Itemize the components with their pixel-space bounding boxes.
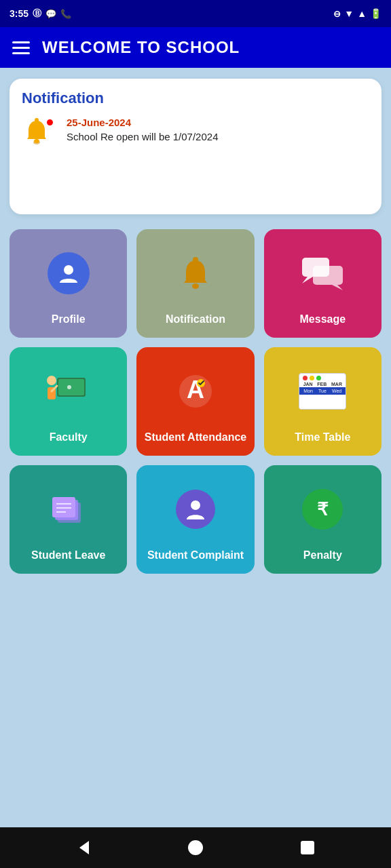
rupee-icon: ₹ — [310, 496, 335, 522]
svg-rect-4 — [193, 257, 198, 262]
complaint-icon-area — [142, 475, 248, 543]
attendance-icon: A — [176, 372, 215, 410]
calendar-months: JANFEBMAR — [299, 381, 346, 387]
minus-circle-icon: ⊖ — [333, 9, 341, 19]
svg-point-3 — [64, 265, 73, 275]
teacher-icon — [45, 371, 92, 412]
message-icon — [301, 256, 344, 290]
notification-message: School Re open will be 1/07/2024 — [67, 131, 219, 142]
back-button[interactable] — [71, 835, 96, 860]
svg-rect-1 — [35, 118, 39, 122]
complaint-circle — [176, 490, 215, 529]
phone-icon: 📞 — [60, 9, 71, 19]
notification-text: 25-June-2024 School Re open will be 1/07… — [67, 117, 219, 142]
wifi-icon: ▼ — [344, 8, 354, 19]
penalty-button[interactable]: ₹ Penalty — [264, 465, 381, 574]
back-icon — [74, 838, 93, 857]
notification-item: 25-June-2024 School Re open will be 1/07… — [22, 117, 369, 152]
status-left: 3:55 Ⓑ 💬 📞 — [10, 7, 71, 20]
person-icon — [56, 261, 81, 285]
app-header: WELCOME TO SCHOOL — [0, 27, 391, 68]
notification-date: 25-June-2024 — [67, 117, 219, 128]
student-attendance-button[interactable]: A Student Attendance — [136, 347, 254, 456]
svg-point-12 — [47, 376, 56, 385]
leave-icon-area — [15, 475, 122, 543]
message-status-icon: 💬 — [45, 9, 56, 19]
timetable-icon-area: JANFEBMAR MonTueWed — [269, 357, 376, 425]
svg-marker-7 — [302, 277, 313, 283]
notification-icon-area — [142, 239, 248, 307]
svg-point-2 — [34, 139, 39, 143]
time-display: 3:55 — [10, 8, 29, 19]
notification-label: Notification — [166, 313, 225, 327]
message-label: Message — [300, 313, 346, 327]
profile-icon-area — [15, 239, 122, 307]
bell-notification-dot — [45, 118, 54, 127]
notification-bell-wrapper — [22, 117, 57, 152]
notification-bell-icon — [177, 255, 214, 292]
recent-square-icon — [298, 838, 317, 857]
feature-grid: Profile Notification — [10, 229, 381, 574]
student-leave-button[interactable]: Student Leave — [10, 465, 127, 574]
bottom-navigation — [0, 827, 391, 868]
student-complaint-label: Student Complaint — [147, 549, 244, 563]
time-table-button[interactable]: JANFEBMAR MonTueWed Time Table — [264, 347, 381, 456]
leave-icon — [48, 490, 89, 528]
message-button[interactable]: Message — [264, 229, 381, 338]
status-bar: 3:55 Ⓑ 💬 📞 ⊖ ▼ ▲ 🔋 — [0, 0, 391, 27]
svg-point-5 — [192, 283, 199, 289]
notification-card-title: Notification — [22, 90, 369, 107]
attendance-icon-area: A — [142, 357, 248, 425]
svg-text:₹: ₹ — [317, 499, 329, 519]
svg-rect-8 — [313, 266, 343, 285]
header-title: WELCOME TO SCHOOL — [42, 38, 240, 57]
penalty-icon-area: ₹ — [269, 475, 376, 543]
calendar-icon: JANFEBMAR MonTueWed — [299, 373, 346, 410]
status-right: ⊖ ▼ ▲ 🔋 — [333, 8, 381, 19]
faculty-button[interactable]: Faculty — [10, 347, 127, 456]
hamburger-menu[interactable] — [12, 41, 30, 54]
signal-icon: ▲ — [357, 8, 367, 19]
profile-label: Profile — [52, 313, 86, 327]
svg-marker-9 — [332, 285, 343, 290]
svg-point-28 — [188, 840, 203, 855]
svg-marker-27 — [79, 841, 89, 854]
recent-button[interactable] — [295, 835, 320, 860]
student-leave-label: Student Leave — [31, 549, 105, 563]
faculty-icon-area — [15, 357, 122, 425]
svg-point-15 — [67, 385, 71, 389]
profile-button[interactable]: Profile — [10, 229, 127, 338]
faculty-label: Faculty — [50, 431, 88, 445]
main-content: Notification 25-June-2024 School Re open… — [0, 68, 391, 827]
penalty-label: Penalty — [303, 549, 342, 563]
calendar-days: MonTueWed — [299, 387, 346, 395]
student-attendance-label: Student Attendance — [145, 431, 247, 445]
b-icon: Ⓑ — [33, 7, 41, 20]
battery-icon: 🔋 — [370, 8, 381, 19]
notification-button[interactable]: Notification — [136, 229, 254, 338]
home-button[interactable] — [183, 835, 208, 860]
home-circle-icon — [186, 838, 205, 857]
profile-circle — [48, 252, 90, 294]
notification-card: Notification 25-June-2024 School Re open… — [10, 79, 381, 214]
time-table-label: Time Table — [295, 431, 350, 445]
svg-point-25 — [191, 500, 200, 510]
svg-rect-29 — [301, 841, 314, 854]
rupee-circle: ₹ — [302, 489, 343, 530]
student-complaint-button[interactable]: Student Complaint — [136, 465, 254, 574]
message-icon-area — [269, 239, 376, 307]
complaint-person-icon — [183, 496, 208, 522]
